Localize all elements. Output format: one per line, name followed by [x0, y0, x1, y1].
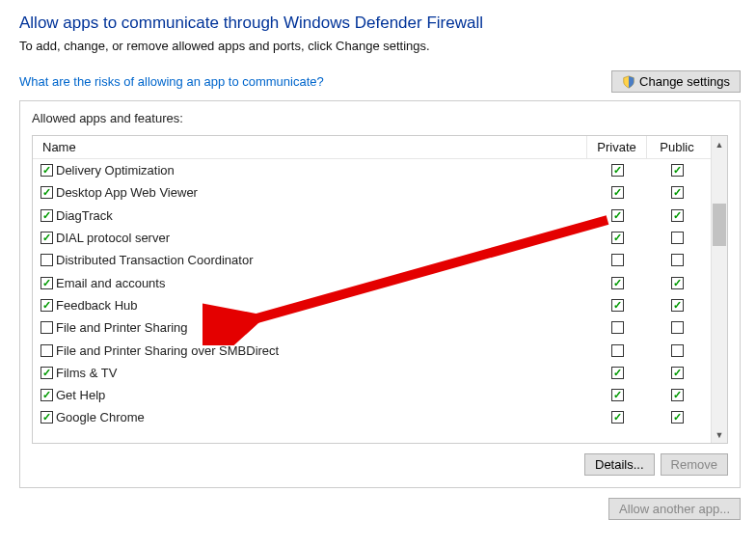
page-subtitle: To add, change, or remove allowed apps a… — [19, 39, 741, 53]
table-row[interactable]: Email and accounts — [33, 271, 711, 293]
group-title: Allowed apps and features: — [32, 111, 728, 125]
public-checkbox[interactable] — [671, 389, 684, 401]
help-link[interactable]: What are the risks of allowing an app to… — [19, 74, 324, 89]
app-name: DiagTrack — [56, 208, 113, 223]
private-checkbox[interactable] — [611, 367, 624, 379]
private-checkbox[interactable] — [611, 389, 624, 401]
public-checkbox[interactable] — [671, 164, 684, 177]
private-checkbox[interactable] — [611, 254, 624, 266]
table-row[interactable]: Google Chrome — [33, 406, 711, 428]
public-checkbox[interactable] — [671, 299, 684, 312]
enable-checkbox[interactable] — [40, 254, 53, 266]
app-name: File and Printer Sharing — [56, 320, 188, 335]
list-header: Name Private Public — [33, 136, 711, 159]
scroll-track[interactable] — [712, 152, 727, 426]
private-checkbox[interactable] — [611, 277, 624, 289]
enable-checkbox[interactable] — [40, 321, 53, 334]
allowed-apps-list: Name Private Public Delivery Optimizatio… — [32, 135, 728, 444]
table-row[interactable]: Desktop App Web Viewer — [33, 181, 711, 204]
scrollbar[interactable]: ▲ ▼ — [711, 136, 727, 443]
app-name: Delivery Optimization — [56, 163, 175, 178]
public-checkbox[interactable] — [671, 254, 684, 266]
table-row[interactable]: Feedback Hub — [33, 294, 711, 316]
app-name: Feedback Hub — [56, 298, 138, 313]
scroll-down-button[interactable]: ▼ — [712, 426, 727, 443]
table-row[interactable]: DIAL protocol server — [33, 227, 711, 249]
enable-checkbox[interactable] — [40, 344, 53, 357]
enable-checkbox[interactable] — [40, 367, 53, 379]
private-checkbox[interactable] — [611, 321, 624, 334]
app-name: Desktop App Web Viewer — [56, 185, 198, 200]
private-checkbox[interactable] — [611, 299, 624, 312]
enable-checkbox[interactable] — [40, 299, 53, 312]
allow-another-app-button[interactable]: Allow another app... — [608, 498, 741, 520]
column-header-private[interactable]: Private — [587, 136, 647, 158]
change-settings-label: Change settings — [639, 74, 730, 89]
page-title: Allow apps to communicate through Window… — [19, 14, 741, 33]
app-name: Get Help — [56, 388, 105, 402]
private-checkbox[interactable] — [611, 232, 624, 244]
details-button[interactable]: Details... — [584, 453, 655, 476]
app-name: Distributed Transaction Coordinator — [56, 253, 254, 267]
app-name: File and Printer Sharing over SMBDirect — [56, 343, 279, 358]
enable-checkbox[interactable] — [40, 186, 53, 199]
scroll-thumb[interactable] — [713, 204, 726, 246]
table-row[interactable]: DiagTrack — [33, 205, 711, 227]
allowed-apps-group: Allowed apps and features: Name Private … — [19, 100, 741, 488]
column-header-public[interactable]: Public — [647, 136, 707, 158]
enable-checkbox[interactable] — [40, 389, 53, 401]
remove-button[interactable]: Remove — [661, 453, 728, 476]
table-row[interactable]: File and Printer Sharing — [33, 316, 711, 339]
public-checkbox[interactable] — [671, 344, 684, 357]
enable-checkbox[interactable] — [40, 209, 53, 222]
private-checkbox[interactable] — [611, 186, 624, 199]
table-row[interactable]: Distributed Transaction Coordinator — [33, 249, 711, 271]
enable-checkbox[interactable] — [40, 232, 53, 244]
change-settings-button[interactable]: Change settings — [611, 70, 741, 93]
private-checkbox[interactable] — [611, 411, 624, 424]
public-checkbox[interactable] — [671, 209, 684, 222]
shield-icon — [622, 75, 635, 89]
public-checkbox[interactable] — [671, 186, 684, 199]
private-checkbox[interactable] — [611, 164, 624, 177]
enable-checkbox[interactable] — [40, 277, 53, 289]
public-checkbox[interactable] — [671, 367, 684, 379]
table-row[interactable]: Films & TV — [33, 362, 711, 384]
enable-checkbox[interactable] — [40, 164, 53, 177]
scroll-up-button[interactable]: ▲ — [712, 136, 727, 152]
app-name: DIAL protocol server — [56, 231, 170, 245]
table-row[interactable]: Delivery Optimization — [33, 159, 711, 181]
app-name: Email and accounts — [56, 276, 165, 290]
private-checkbox[interactable] — [611, 344, 624, 357]
column-header-name[interactable]: Name — [37, 136, 587, 158]
app-name: Films & TV — [56, 366, 117, 380]
private-checkbox[interactable] — [611, 209, 624, 222]
table-row[interactable]: Get Help — [33, 384, 711, 406]
app-name: Google Chrome — [56, 410, 145, 424]
enable-checkbox[interactable] — [40, 411, 53, 424]
public-checkbox[interactable] — [671, 411, 684, 424]
table-row[interactable]: File and Printer Sharing over SMBDirect — [33, 339, 711, 361]
public-checkbox[interactable] — [671, 232, 684, 244]
public-checkbox[interactable] — [671, 277, 684, 289]
public-checkbox[interactable] — [671, 321, 684, 334]
